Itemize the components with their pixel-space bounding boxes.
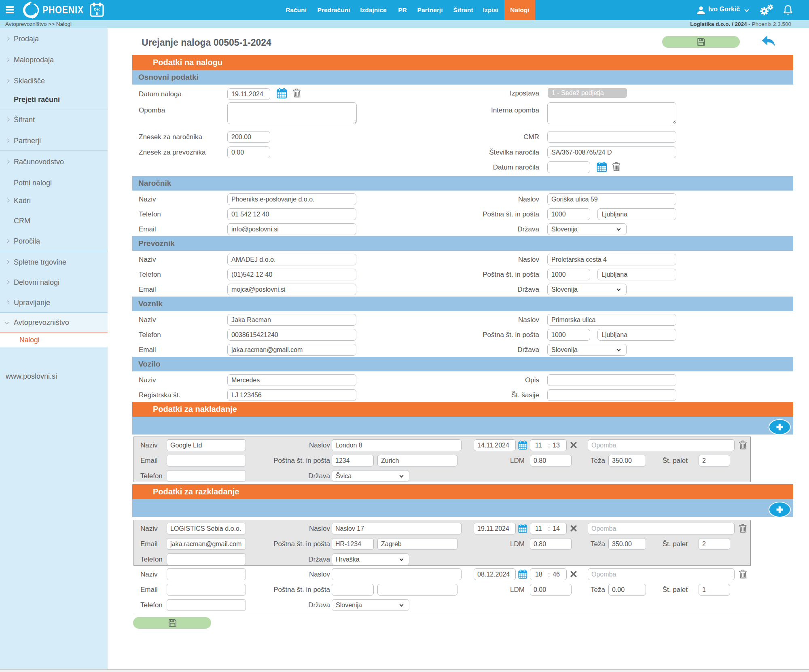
svg-text:8: 8: [96, 11, 99, 16]
